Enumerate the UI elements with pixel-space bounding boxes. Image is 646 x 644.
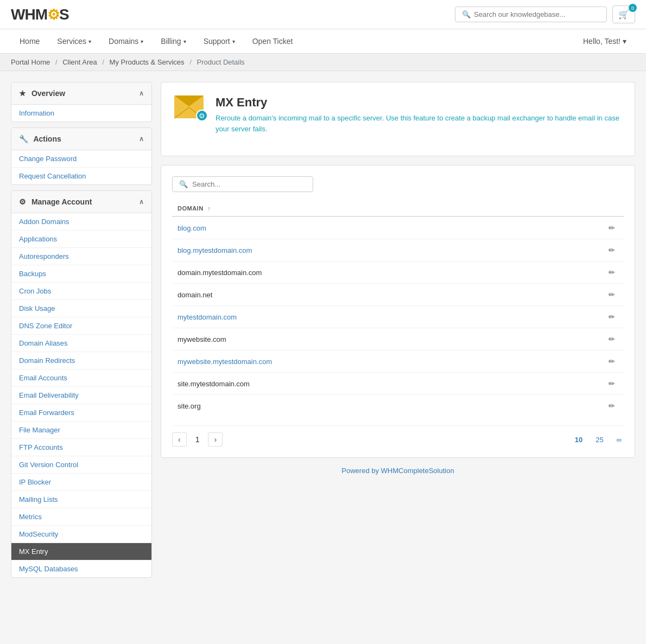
- domain-link[interactable]: blog.com: [178, 224, 206, 232]
- breadcrumb-portal-home[interactable]: Portal Home: [11, 58, 50, 66]
- nav-home[interactable]: Home: [11, 29, 48, 53]
- page-size-10[interactable]: 10: [573, 435, 585, 445]
- cart-button[interactable]: 🛒 0: [612, 5, 635, 23]
- next-page-button[interactable]: ›: [208, 432, 223, 447]
- edit-button[interactable]: ✏: [605, 289, 618, 300]
- footer: Powered by WHMCompleteSolution: [161, 458, 635, 483]
- sidebar-item-dns-zone-editor[interactable]: DNS Zone Editor: [11, 317, 151, 335]
- edit-button[interactable]: ✏: [605, 400, 618, 411]
- breadcrumb-sep: /: [189, 58, 192, 66]
- breadcrumb-current: Product Details: [197, 58, 244, 66]
- star-icon: ★: [19, 89, 26, 98]
- breadcrumb: Portal Home / Client Area / My Products …: [0, 54, 646, 71]
- sidebar-item-domain-redirects[interactable]: Domain Redirects: [11, 352, 151, 369]
- sidebar-overview-header[interactable]: ★ Overview ∧: [11, 82, 151, 105]
- breadcrumb-sep: /: [102, 58, 104, 66]
- domain-link[interactable]: mywebsite.mytestdomain.com: [178, 358, 272, 366]
- edit-button[interactable]: ✏: [605, 378, 618, 389]
- sidebar-item-ftp-accounts[interactable]: FTP Accounts: [11, 439, 151, 456]
- sidebar-manage-header[interactable]: ⚙ Manage Account ∧: [11, 191, 151, 213]
- nav-domains[interactable]: Domains ▾: [100, 29, 152, 53]
- col-domain-header[interactable]: DOMAIN ↑: [172, 201, 600, 216]
- nav-billing[interactable]: Billing ▾: [152, 29, 194, 53]
- chevron-up-icon: ∧: [139, 198, 144, 206]
- edit-button[interactable]: ✏: [605, 245, 618, 256]
- nav-open-ticket[interactable]: Open Ticket: [244, 29, 302, 53]
- chevron-up-icon: ∧: [139, 90, 144, 97]
- nav-services[interactable]: Services ▾: [48, 29, 100, 53]
- sidebar-item-metrics[interactable]: Metrics: [11, 508, 151, 526]
- product-header: ⚙ MX Entry Reroute a domain's incoming m…: [174, 95, 622, 134]
- sidebar-item-request-cancellation[interactable]: Request Cancellation: [11, 168, 151, 184]
- sidebar-item-addon-domains[interactable]: Addon Domains: [11, 213, 151, 231]
- sidebar-item-mailing-lists[interactable]: Mailing Lists: [11, 491, 151, 508]
- breadcrumb-client-area[interactable]: Client Area: [62, 58, 97, 66]
- domain-cell: site.mytestdomain.com: [172, 373, 600, 395]
- prev-page-button[interactable]: ‹: [172, 432, 187, 447]
- nav-links: Home Services ▾ Domains ▾ Billing ▾ Supp…: [11, 29, 301, 53]
- table-row: domain.net✏: [172, 284, 624, 306]
- chevron-down-icon: ▾: [88, 39, 91, 44]
- domain-text: mywebsite.com: [178, 335, 226, 343]
- knowledgebase-search-input[interactable]: [474, 10, 600, 18]
- logo-text: WHM⚙S: [11, 6, 69, 23]
- table-row: mytestdomain.com✏: [172, 306, 624, 328]
- edit-button[interactable]: ✏: [605, 356, 618, 367]
- sidebar-item-file-manager[interactable]: File Manager: [11, 422, 151, 439]
- sidebar-item-ip-blocker[interactable]: IP Blocker: [11, 474, 151, 491]
- nav-support[interactable]: Support ▾: [195, 29, 244, 53]
- sidebar-item-information[interactable]: Information: [11, 105, 151, 122]
- sidebar-item-mysql-databases[interactable]: MySQL Databases: [11, 560, 151, 577]
- sidebar-item-cron-jobs[interactable]: Cron Jobs: [11, 283, 151, 300]
- search-icon: 🔍: [179, 180, 188, 188]
- sidebar-item-change-password[interactable]: Change Password: [11, 150, 151, 168]
- sidebar-actions-header[interactable]: 🔧 Actions ∧: [11, 128, 151, 150]
- breadcrumb-my-products[interactable]: My Products & Services: [110, 58, 185, 66]
- sidebar-item-disk-usage[interactable]: Disk Usage: [11, 300, 151, 317]
- page-size-all[interactable]: ∞: [615, 435, 624, 445]
- cart-badge: 0: [629, 4, 637, 12]
- edit-cell: ✏: [600, 395, 624, 417]
- chevron-down-icon: ▾: [623, 37, 626, 46]
- domain-cell: domain.mytestdomain.com: [172, 262, 600, 284]
- user-menu[interactable]: Hello, Test! ▾: [574, 29, 635, 53]
- sidebar-item-applications[interactable]: Applications: [11, 231, 151, 248]
- table-row: mywebsite.com✏: [172, 328, 624, 350]
- search-icon: 🔍: [462, 10, 471, 18]
- table-search-input[interactable]: [192, 180, 306, 188]
- edit-button[interactable]: ✏: [605, 311, 618, 322]
- table-search-box[interactable]: 🔍: [172, 176, 313, 192]
- domain-cell: mytestdomain.com: [172, 306, 600, 328]
- edit-button[interactable]: ✏: [605, 267, 618, 278]
- page-sizes: 10 25 ∞: [573, 435, 624, 445]
- sidebar-item-domain-aliases[interactable]: Domain Aliases: [11, 335, 151, 352]
- sidebar-item-modsecurity[interactable]: ModSecurity: [11, 526, 151, 543]
- sidebar-item-email-accounts[interactable]: Email Accounts: [11, 369, 151, 387]
- domain-text: site.mytestdomain.com: [178, 380, 250, 388]
- domain-text: domain.mytestdomain.com: [178, 269, 262, 277]
- domain-link[interactable]: mytestdomain.com: [178, 313, 237, 321]
- sidebar-item-git-version-control[interactable]: Git Version Control: [11, 456, 151, 474]
- domain-cell: domain.net: [172, 284, 600, 306]
- nav-bar: Home Services ▾ Domains ▾ Billing ▾ Supp…: [0, 29, 646, 54]
- sidebar-item-email-forwarders[interactable]: Email Forwarders: [11, 404, 151, 422]
- table-row: site.mytestdomain.com✏: [172, 373, 624, 395]
- col-actions-header: [600, 201, 624, 216]
- product-header-panel: ⚙ MX Entry Reroute a domain's incoming m…: [161, 82, 635, 156]
- edit-button[interactable]: ✏: [605, 222, 618, 233]
- edit-cell: ✏: [600, 373, 624, 395]
- knowledgebase-search-box[interactable]: 🔍: [455, 7, 607, 22]
- sidebar-item-mx-entry[interactable]: MX Entry: [11, 543, 151, 560]
- pagination: ‹ 1 › 10 25 ∞: [172, 425, 624, 447]
- domain-link[interactable]: blog.mytestdomain.com: [178, 246, 252, 254]
- page-size-25[interactable]: 25: [593, 435, 605, 445]
- domain-table: DOMAIN ↑ blog.com✏blog.mytestdomain.com✏…: [172, 201, 624, 417]
- edit-button[interactable]: ✏: [605, 334, 618, 345]
- table-row: blog.mytestdomain.com✏: [172, 239, 624, 262]
- edit-cell: ✏: [600, 216, 624, 239]
- main-layout: ★ Overview ∧ Information 🔧 Actions ∧ Cha…: [0, 71, 646, 634]
- sidebar-item-autoresponders[interactable]: Autoresponders: [11, 248, 151, 265]
- sidebar-item-backups[interactable]: Backups: [11, 265, 151, 283]
- footer-text: Powered by WHMCompleteSolution: [341, 467, 454, 475]
- sidebar-item-email-deliverability[interactable]: Email Deliverability: [11, 387, 151, 404]
